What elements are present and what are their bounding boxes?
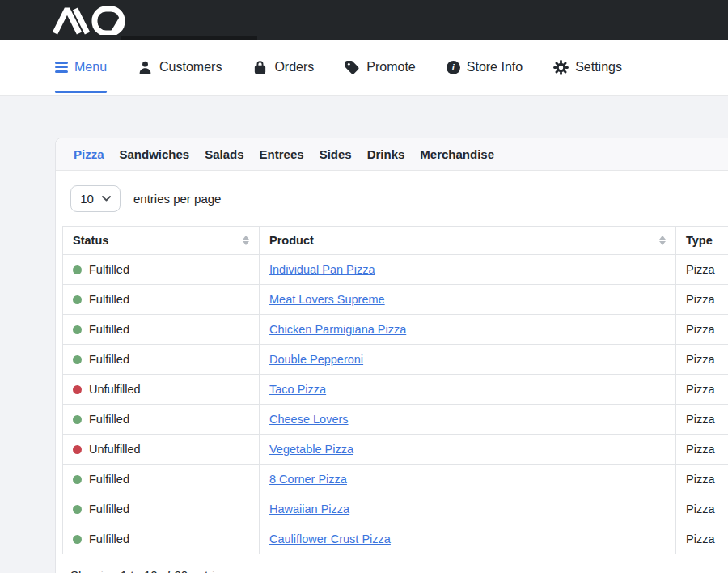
status-label: Unfulfilled xyxy=(89,443,141,456)
menu-card: Pizza Sandwiches Salads Entrees Sides Dr… xyxy=(55,138,728,573)
column-header-status[interactable]: Status xyxy=(63,227,260,255)
column-label: Type xyxy=(686,234,713,247)
table-row: Unfulfilled Taco Pizza Pizza xyxy=(63,375,728,405)
status-cell: Fulfilled xyxy=(63,285,260,315)
product-link[interactable]: Individual Pan Pizza xyxy=(269,263,375,276)
type-cell: Pizza xyxy=(676,315,728,345)
entries-per-page-row: 10 entries per page xyxy=(70,185,728,212)
nav-item-label: Customers xyxy=(159,60,222,74)
nav-item-orders[interactable]: Orders xyxy=(252,40,314,95)
tab-drinks[interactable]: Drinks xyxy=(367,147,405,161)
table-row: Fulfilled Individual Pan Pizza Pizza xyxy=(63,255,728,285)
status-dot-icon xyxy=(73,505,82,514)
status-dot-icon xyxy=(73,475,82,484)
person-icon xyxy=(138,60,153,75)
product-link[interactable]: Vegetable Pizza xyxy=(269,443,353,456)
nav-item-customers[interactable]: Customers xyxy=(138,40,222,95)
category-tabs: Pizza Sandwiches Salads Entrees Sides Dr… xyxy=(56,138,728,171)
product-cell: Taco Pizza xyxy=(260,375,676,405)
type-cell: Pizza xyxy=(676,465,728,494)
tab-pizza[interactable]: Pizza xyxy=(74,147,104,161)
tab-entrees[interactable]: Entrees xyxy=(260,147,304,161)
status-dot-icon xyxy=(73,355,82,364)
product-cell: Individual Pan Pizza xyxy=(260,255,676,285)
entries-per-page-label: entries per page xyxy=(133,192,221,206)
type-cell: Pizza xyxy=(676,494,728,524)
status-dot-icon xyxy=(73,295,82,304)
status-label: Unfulfilled xyxy=(89,383,141,396)
table-row: Fulfilled Chicken Parmigiana Pizza Pizza xyxy=(63,315,728,345)
nav-item-label: Settings xyxy=(575,60,622,74)
status-label: Fulfilled xyxy=(89,473,129,486)
bag-icon xyxy=(252,60,268,75)
table-row: Fulfilled Hawaiian Pizza Pizza xyxy=(63,494,728,524)
nav-item-label: Orders xyxy=(274,60,314,74)
tab-merchandise[interactable]: Merchandise xyxy=(420,147,494,161)
product-link[interactable]: Cheese Lovers xyxy=(269,413,349,426)
column-header-type[interactable]: Type xyxy=(676,227,728,255)
status-cell: Fulfilled xyxy=(63,494,260,524)
product-link[interactable]: Double Pepperoni xyxy=(269,353,363,366)
nav-item-label: Menu xyxy=(74,60,107,74)
product-link[interactable]: Cauliflower Crust Pizza xyxy=(269,533,391,545)
sort-icon[interactable] xyxy=(659,236,666,245)
nav-item-label: Promote xyxy=(366,60,415,74)
status-cell: Fulfilled xyxy=(63,255,260,285)
tab-salads[interactable]: Salads xyxy=(205,147,243,161)
topbar xyxy=(0,0,728,40)
status-label: Fulfilled xyxy=(89,263,129,276)
status-label: Fulfilled xyxy=(89,503,129,516)
tab-sides[interactable]: Sides xyxy=(320,147,352,161)
status-cell: Unfulfilled xyxy=(63,375,260,405)
table-row: Fulfilled Cheese Lovers Pizza xyxy=(63,405,728,435)
product-link[interactable]: Taco Pizza xyxy=(269,383,326,396)
product-cell: Meat Lovers Supreme xyxy=(260,285,676,315)
type-cell: Pizza xyxy=(676,524,728,554)
status-label: Fulfilled xyxy=(89,413,129,426)
table-row: Fulfilled Double Pepperoni Pizza xyxy=(63,345,728,375)
nav-item-store-info[interactable]: i Store Info xyxy=(447,40,523,95)
type-cell: Pizza xyxy=(676,435,728,465)
products-table: Status Product Type xyxy=(62,226,728,554)
product-cell: Double Pepperoni xyxy=(260,345,676,375)
status-cell: Fulfilled xyxy=(63,345,260,375)
table-row: Unfulfilled Vegetable Pizza Pizza xyxy=(63,435,728,465)
sort-icon[interactable] xyxy=(243,236,249,245)
status-label: Fulfilled xyxy=(89,293,129,306)
product-cell: 8 Corner Pizza xyxy=(260,465,676,494)
column-label: Product xyxy=(269,234,314,247)
status-cell: Unfulfilled xyxy=(63,435,260,465)
status-dot-icon xyxy=(73,385,82,394)
product-link[interactable]: Hawaiian Pizza xyxy=(269,503,349,516)
page-size-value: 10 xyxy=(80,192,94,206)
aiq-logo-icon xyxy=(52,6,136,35)
status-dot-icon xyxy=(73,445,82,454)
product-link[interactable]: Meat Lovers Supreme xyxy=(269,293,385,306)
table-row: Fulfilled 8 Corner Pizza Pizza xyxy=(63,465,728,494)
card-body: 10 entries per page Status xyxy=(56,171,728,573)
type-cell: Pizza xyxy=(676,375,728,405)
column-header-product[interactable]: Product xyxy=(260,227,676,255)
hamburger-icon xyxy=(55,62,68,73)
product-cell: Hawaiian Pizza xyxy=(260,494,676,524)
nav-item-menu[interactable]: Menu xyxy=(55,40,107,95)
table-header-row: Status Product Type xyxy=(63,227,728,255)
product-link[interactable]: 8 Corner Pizza xyxy=(269,473,347,486)
product-cell: Chicken Parmigiana Pizza xyxy=(260,315,676,345)
table-row: Fulfilled Meat Lovers Supreme Pizza xyxy=(63,285,728,315)
status-cell: Fulfilled xyxy=(63,315,260,345)
status-label: Fulfilled xyxy=(89,533,129,545)
product-cell: Cheese Lovers xyxy=(260,405,676,435)
entries-summary: Showing 1 to 10 of 20 entries xyxy=(70,568,728,573)
tab-sandwiches[interactable]: Sandwiches xyxy=(120,147,190,161)
nav-item-label: Store Info xyxy=(467,60,523,74)
type-cell: Pizza xyxy=(676,255,728,285)
status-dot-icon xyxy=(73,265,82,274)
status-label: Fulfilled xyxy=(89,323,129,336)
page-size-select[interactable]: 10 xyxy=(70,185,121,212)
product-link[interactable]: Chicken Parmigiana Pizza xyxy=(269,323,406,336)
nav-item-promote[interactable]: Promote xyxy=(345,40,415,95)
nav-item-settings[interactable]: Settings xyxy=(553,40,622,95)
product-cell: Vegetable Pizza xyxy=(260,435,676,465)
column-label: Status xyxy=(73,234,108,247)
